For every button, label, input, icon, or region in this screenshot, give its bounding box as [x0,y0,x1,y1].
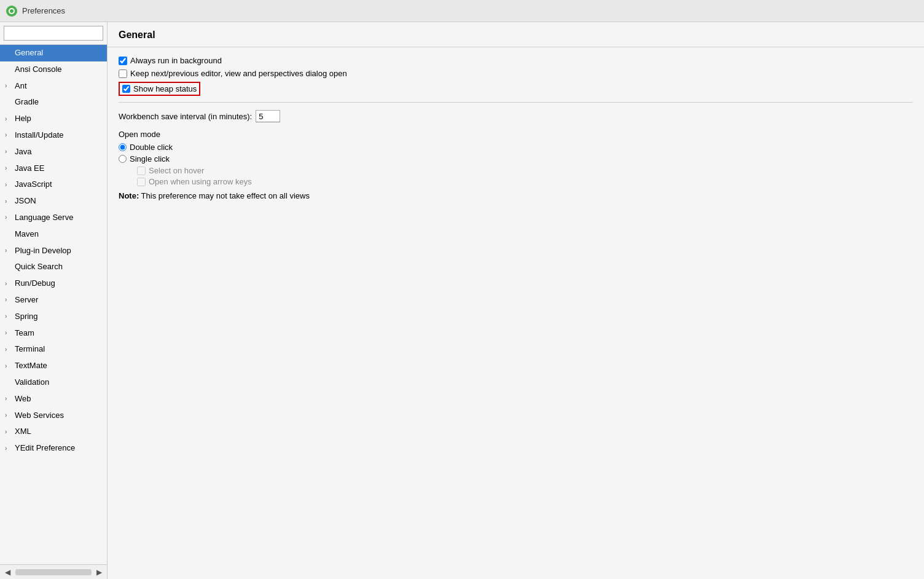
preferences-window: Preferences GeneralAnsi Console›AntGradl… [0,0,924,579]
keep-dialog-checkbox[interactable] [119,69,127,78]
double-click-row: Double click [119,143,913,152]
show-heap-checkbox[interactable] [122,85,130,93]
single-click-radio[interactable] [119,155,127,163]
sidebar-item-label: General [15,47,43,60]
arrow-keys-row: Open when using arrow keys [137,177,913,186]
keep-dialog-text: Keep next/previous editor, view and pers… [130,69,347,78]
sidebar-item-label: Ant [15,80,27,93]
chevron-icon: › [5,312,14,321]
sidebar-item-label: Plug-in Develop [15,245,71,258]
scroll-thumb[interactable] [15,569,92,575]
sidebar-item-installupdate[interactable]: ›Install/Update [0,127,107,144]
sidebar-item-label: Validation [15,376,49,389]
chevron-icon: › [5,295,14,305]
sidebar-item-terminal[interactable]: ›Terminal [0,341,107,358]
window-title: Preferences [22,6,65,15]
select-on-hover-row: Select on hover [137,166,913,175]
sidebar-tree: GeneralAnsi Console›AntGradle›Help›Insta… [0,45,107,564]
always-run-row: Always run in background [119,56,913,65]
sidebar-item-team[interactable]: ›Team [0,325,107,342]
sidebar-item-validation[interactable]: Validation [0,374,107,391]
sidebar-item-javascript[interactable]: ›JavaScript [0,176,107,193]
sidebar-item-help[interactable]: ›Help [0,111,107,127]
sidebar-item-rundebug[interactable]: ›Run/Debug [0,275,107,292]
titlebar: Preferences [0,0,924,22]
sidebar-item-spring[interactable]: ›Spring [0,309,107,325]
keep-dialog-row: Keep next/previous editor, view and pers… [119,69,913,78]
sidebar-item-json[interactable]: ›JSON [0,193,107,210]
arrow-keys-label: Open when using arrow keys [137,177,913,186]
chevron-icon: › [5,147,14,157]
sidebar-item-plugin_develop[interactable]: ›Plug-in Develop [0,243,107,259]
sidebar-item-web[interactable]: ›Web [0,391,107,408]
chevron-icon: › [5,345,14,355]
chevron-icon: › [5,130,14,140]
sidebar-item-web_services[interactable]: ›Web Services [0,408,107,424]
show-heap-text: Show heap status [133,84,197,93]
sidebar-item-yedit_preference[interactable]: ›YEdit Preference [0,440,107,457]
chevron-icon: › [5,114,14,124]
select-on-hover-label: Select on hover [137,166,913,175]
content-body: Always run in background Keep next/previ… [108,47,924,579]
always-run-checkbox[interactable] [119,57,127,65]
sidebar-item-label: Web Services [15,409,64,422]
select-on-hover-text: Select on hover [149,166,204,175]
chevron-icon: › [5,411,14,420]
interval-row: Workbench save interval (in minutes): [119,110,913,122]
note-text: This preference may not take effect on a… [141,191,310,200]
sidebar-item-language_serve[interactable]: ›Language Serve [0,210,107,226]
content-title: General [108,22,924,47]
sidebar-item-ansi_console[interactable]: Ansi Console [0,61,107,78]
note-prefix: Note: [119,191,139,200]
scroll-left-button[interactable]: ◀ [2,568,13,577]
chevron-icon: › [5,163,14,173]
chevron-icon: › [5,180,14,190]
always-run-text: Always run in background [130,56,222,65]
scroll-right-button[interactable]: ▶ [94,568,104,577]
sidebar-item-java_ee[interactable]: ›Java EE [0,160,107,177]
single-click-label[interactable]: Single click [119,154,170,163]
select-on-hover-checkbox [137,167,146,175]
sidebar-item-xml[interactable]: ›XML [0,423,107,440]
sidebar-search-input[interactable] [4,26,103,41]
sidebar-item-quick_search[interactable]: Quick Search [0,259,107,275]
single-click-text: Single click [130,154,170,163]
double-click-radio[interactable] [119,143,127,151]
sidebar-item-general[interactable]: General [0,45,107,61]
content-area: General Always run in background Keep ne… [108,22,924,579]
sidebar-item-textmate[interactable]: ›TextMate [0,358,107,374]
interval-input[interactable] [256,110,280,122]
chevron-icon: › [5,361,14,371]
sidebar-item-server[interactable]: ›Server [0,292,107,309]
sidebar-item-label: Quick Search [15,261,63,274]
keep-dialog-label[interactable]: Keep next/previous editor, view and pers… [119,69,347,78]
sidebar-item-gradle[interactable]: Gradle [0,94,107,111]
sidebar-item-java[interactable]: ›Java [0,144,107,160]
show-heap-label[interactable]: Show heap status [122,84,197,93]
sidebar-item-label: Help [15,112,31,125]
sidebar-item-label: JSON [15,195,36,208]
radio-group: Double click Single click [119,143,913,163]
chevron-icon: › [5,197,14,207]
divider-1 [119,102,913,103]
sidebar-item-label: Maven [15,228,39,241]
sidebar-item-label: Terminal [15,343,45,356]
chevron-icon: › [5,279,14,289]
double-click-label[interactable]: Double click [119,143,173,152]
main-content: GeneralAnsi Console›AntGradle›Help›Insta… [0,22,924,579]
sidebar-item-label: Gradle [15,96,39,109]
sidebar-item-label: Run/Debug [15,277,55,290]
sidebar-item-label: Language Serve [15,211,73,224]
sidebar-item-ant[interactable]: ›Ant [0,78,107,95]
svg-point-2 [10,9,14,13]
sidebar-item-label: Web [15,393,31,406]
chevron-icon: › [5,427,14,437]
sidebar-item-label: YEdit Preference [15,442,75,455]
sidebar-item-label: Install/Update [15,129,64,142]
always-run-label[interactable]: Always run in background [119,56,222,65]
sidebar-item-label: XML [15,425,31,438]
sidebar-item-maven[interactable]: Maven [0,226,107,243]
sidebar-item-label: Java [15,146,31,159]
sidebar: GeneralAnsi Console›AntGradle›Help›Insta… [0,22,108,579]
sidebar-item-label: Team [15,327,34,340]
